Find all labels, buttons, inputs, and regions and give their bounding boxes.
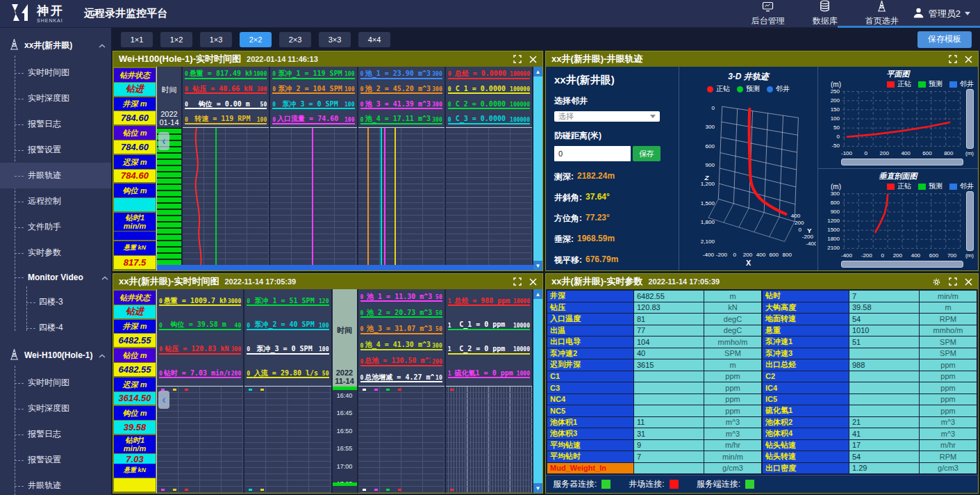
sidebar-item[interactable]: 报警日志	[0, 111, 111, 137]
layout-button-2x2[interactable]: 2×2	[240, 32, 272, 47]
table-row: 池体积111m^3池体积221m^3	[547, 417, 977, 428]
sidebar-item[interactable]: 报警日志	[0, 421, 111, 447]
curve-header: 0池_3 = 41.39 m^3300	[360, 100, 442, 110]
time-tick: 16:50	[333, 428, 356, 435]
time-date: 01-14	[159, 118, 178, 127]
svg-text:200: 200	[795, 220, 804, 226]
scroll-down-button[interactable]: ▼	[533, 483, 542, 493]
vertical-scrollbar[interactable]: ▲▼	[533, 289, 542, 493]
settings-gear-icon[interactable]	[932, 277, 941, 286]
param-label: 钻井状态	[114, 68, 156, 82]
x-axis-unit: (m)	[965, 150, 974, 156]
horizontal-scrollbar[interactable]	[157, 265, 533, 270]
param-label: 井深 m	[114, 97, 156, 111]
svg-text:-200: -200	[802, 234, 814, 240]
layout-button-1x3[interactable]: 1×3	[200, 32, 232, 47]
expand-icon[interactable]	[949, 55, 957, 63]
svg-text:Z: Z	[704, 174, 710, 181]
x-tick: 0	[865, 150, 867, 156]
curve-min: 0	[360, 102, 364, 108]
user-menu[interactable]: 管理员2	[913, 7, 980, 21]
param-unit-cell: min/m	[920, 291, 977, 302]
sidebar-item[interactable]: 实时时间图	[0, 60, 111, 86]
layout-button-1x2[interactable]: 1×2	[160, 32, 192, 47]
curve-max: 10000	[513, 298, 530, 305]
sidebar-item[interactable]: 报警设置	[0, 137, 111, 163]
x-axis-unit: (m)	[965, 252, 974, 259]
sidebar-well-2[interactable]: Wei-H100(Hole-1)	[0, 341, 111, 370]
save-distance-button[interactable]: 保存	[633, 146, 661, 161]
sidebar-item[interactable]: 实时时间图	[0, 370, 111, 396]
vertical-scrollbar[interactable]: ▲▼	[533, 67, 542, 270]
scrollbar-track[interactable]	[533, 299, 542, 483]
horizontal-scrollbar[interactable]	[841, 159, 963, 165]
vertical-scrollbar[interactable]	[966, 191, 974, 251]
scroll-up-button[interactable]: ▲	[533, 289, 542, 299]
close-icon[interactable]	[529, 278, 537, 286]
sidebar-item[interactable]: 井眼轨迹	[0, 163, 111, 188]
curve-value: 钩位 = 39.58 m	[164, 320, 233, 329]
param-value-cell: 7	[634, 451, 704, 462]
sidebar-item-monitor-video[interactable]: Monitor Video	[0, 266, 111, 289]
param-name-cell: 入口温度	[547, 314, 633, 325]
close-icon[interactable]	[965, 56, 972, 63]
curve-trace	[312, 128, 313, 265]
expand-icon[interactable]	[513, 55, 522, 63]
collapse-params-button[interactable]: ‹	[158, 132, 169, 150]
sidebar-item[interactable]: 实时参数	[0, 240, 111, 266]
sidebar-item[interactable]: 远程控制	[0, 188, 111, 214]
anticollision-distance-input[interactable]	[554, 146, 631, 161]
chart-track	[446, 387, 532, 493]
sidebar-item[interactable]: 井眼轨迹	[0, 473, 111, 495]
curve-max: 100	[344, 71, 354, 77]
horizontal-scrollbar[interactable]	[841, 261, 963, 268]
param-pair: 钻位 m6482.55	[114, 348, 156, 376]
vertical-scrollbar[interactable]	[966, 89, 974, 149]
layout-button-3x3[interactable]: 3×3	[319, 32, 351, 47]
param-value-cell	[849, 371, 919, 382]
collapse-params-button[interactable]: ‹	[158, 391, 169, 409]
curve-header: 0钻压 = 40.66 kN300	[185, 85, 267, 95]
close-icon[interactable]	[529, 56, 537, 63]
sidebar-item-video-channel[interactable]: 四楼-3	[0, 289, 111, 315]
param-name-cell: 井深	[547, 291, 633, 302]
sidebar-item[interactable]: 实时深度图	[0, 86, 111, 111]
scroll-down-button[interactable]: ▼	[533, 261, 542, 270]
table-row-half: IC4ppm	[763, 382, 977, 393]
time-tick: 16:55	[333, 445, 356, 452]
curve-min: 0	[360, 86, 364, 92]
neighbor-select[interactable]: 选择	[554, 111, 660, 122]
layout-button-2x3[interactable]: 2×3	[279, 32, 311, 47]
param-label: 钻位 m	[114, 126, 156, 140]
nav-item-1[interactable]: 后台管理	[751, 1, 785, 27]
vertical-section-svg	[841, 191, 963, 251]
sidebar-item[interactable]: 实时深度图	[0, 396, 111, 421]
nav-item-3[interactable]: 首页选井	[865, 0, 899, 27]
param-unit-cell: m^3	[920, 428, 977, 439]
curve-value: C_2 = 0.0000	[453, 100, 509, 108]
sidebar-well-1[interactable]: xx井(新井眼)	[0, 31, 111, 60]
curve-max: 300	[432, 117, 442, 123]
param-pair: 井深 m6482.55	[114, 320, 156, 348]
y-tick: 150	[831, 107, 840, 113]
sidebar-item[interactable]: 报警设置	[0, 447, 111, 473]
curve-value: 池_2 = 20.73 m^3	[365, 309, 434, 317]
expand-icon[interactable]	[513, 277, 522, 286]
curve-min: 0	[448, 117, 451, 123]
expand-icon[interactable]	[949, 277, 957, 286]
param-name-cell: 出温	[547, 325, 633, 336]
scrollbar-track[interactable]	[533, 76, 542, 261]
scroll-up-button[interactable]: ▲	[533, 67, 542, 76]
close-icon[interactable]	[965, 278, 972, 286]
top-accent-bar	[838, 26, 980, 28]
save-template-button[interactable]: 保存模板	[917, 31, 972, 48]
nav-item-2[interactable]: 数据库	[813, 0, 838, 27]
sidebar-item-video-channel[interactable]: 四楼-4	[0, 315, 111, 341]
sidebar-item[interactable]: 文件助手	[0, 214, 111, 240]
layout-button-4x4[interactable]: 4×4	[358, 32, 390, 47]
param-unit-cell: SPM	[920, 348, 977, 359]
layout-button-1x1[interactable]: 1×1	[121, 32, 153, 47]
legend-swatch	[949, 81, 957, 88]
sidebar: xx井(新井眼)实时时间图实时深度图报警日志报警设置井眼轨迹远程控制文件助手实时…	[0, 28, 111, 495]
table-row-half: 钻头钻速17m/hr	[763, 440, 977, 451]
